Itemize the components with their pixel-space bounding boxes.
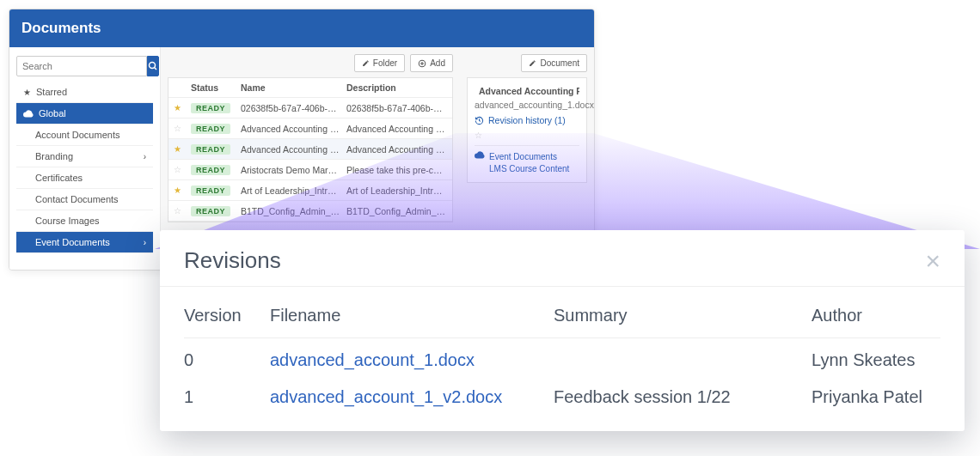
revision-history-link[interactable]: Revision history (1) bbox=[475, 115, 579, 125]
table-row[interactable]: ★READYAdvanced Accounting Financ...Advan… bbox=[168, 139, 452, 160]
sidebar-item-branding[interactable]: Branding › bbox=[16, 146, 153, 167]
button-label: Document bbox=[540, 58, 579, 68]
col-summary: Summary bbox=[554, 299, 812, 338]
filename-link[interactable]: advanced_account_1.docx bbox=[270, 350, 475, 369]
sidebar-item-certificates[interactable]: Certificates bbox=[16, 167, 153, 189]
edit-document-button[interactable]: Document bbox=[521, 54, 587, 72]
star-toggle[interactable]: ☆ bbox=[174, 124, 186, 133]
file-name: 02638f5b-67a7-406b-9ff7-4f0... bbox=[241, 103, 341, 113]
breadcrumb-part[interactable]: Event Documents bbox=[489, 152, 557, 161]
file-name: Aristocrats Demo Marketing ... bbox=[241, 165, 341, 175]
svg-point-0 bbox=[150, 63, 156, 69]
cloud-icon bbox=[23, 110, 34, 118]
sidebar: ★ Starred Global Account Documents Brand… bbox=[9, 47, 161, 270]
sidebar-item-account-documents[interactable]: Account Documents bbox=[16, 125, 153, 146]
file-table: Status Name Description ★READY02638f5b-6… bbox=[168, 77, 453, 222]
chevron-right-icon: › bbox=[144, 152, 146, 161]
close-button[interactable]: × bbox=[925, 248, 940, 274]
file-name: B1TD_Config_Admin_Course... bbox=[241, 206, 341, 216]
table-header-row: Status Name Description bbox=[168, 78, 452, 98]
col-status: Status bbox=[191, 82, 236, 93]
table-row[interactable]: ★READY02638f5b-67a7-406b-9ff7-4f0...0263… bbox=[168, 98, 452, 119]
new-folder-button[interactable]: Folder bbox=[354, 54, 405, 72]
sidebar-item-course-images[interactable]: Course Images bbox=[16, 210, 153, 232]
status-badge: READY bbox=[191, 185, 230, 196]
col-description: Description bbox=[346, 82, 447, 93]
button-label: Folder bbox=[373, 58, 397, 68]
file-name: Advanced Accounting Exam F... bbox=[241, 124, 341, 134]
file-description: Advanced Accounting Exam Fi... bbox=[346, 124, 447, 134]
cell-version: 1 bbox=[184, 375, 270, 412]
status-badge: READY bbox=[191, 103, 230, 113]
cell-filename: advanced_account_1_v2.docx bbox=[270, 375, 554, 412]
search-icon bbox=[148, 61, 158, 71]
revisions-table: Version Filename Summary Author 0advance… bbox=[184, 299, 940, 412]
sidebar-item-label: Global bbox=[39, 108, 66, 119]
modal-title: Revisions bbox=[184, 247, 281, 274]
file-name: Advanced Accounting Financ... bbox=[241, 144, 341, 155]
cell-version: 0 bbox=[184, 338, 270, 376]
file-description: Advanced Accounting Finance ... bbox=[346, 144, 447, 155]
sidebar-item-label: Starred bbox=[36, 87, 67, 97]
page-title: Documents bbox=[9, 9, 594, 47]
search-button[interactable] bbox=[147, 56, 159, 76]
sidebar-item-label: Branding bbox=[35, 151, 73, 161]
pencil-icon bbox=[362, 59, 370, 67]
star-toggle[interactable]: ★ bbox=[174, 144, 186, 154]
sidebar-item-label: Course Images bbox=[35, 216, 100, 226]
col-name: Name bbox=[241, 82, 341, 93]
search-input[interactable] bbox=[16, 56, 147, 76]
col-filename: Filename bbox=[270, 299, 554, 338]
file-description: B1TD_Config_Admin_Course.pdf bbox=[346, 206, 447, 216]
cell-author: Priyanka Patel bbox=[812, 375, 940, 412]
table-header-row: Version Filename Summary Author bbox=[184, 299, 940, 338]
button-label: Add bbox=[430, 58, 445, 68]
sidebar-item-contact-documents[interactable]: Contact Documents bbox=[16, 189, 153, 210]
table-row[interactable]: ☆READYAristocrats Demo Marketing ...Plea… bbox=[168, 160, 452, 180]
cell-filename: advanced_account_1.docx bbox=[270, 338, 554, 376]
star-toggle[interactable]: ☆ bbox=[475, 131, 579, 140]
sidebar-item-label: Certificates bbox=[35, 173, 83, 183]
revisions-modal: Revisions × Version Filename Summary Aut… bbox=[160, 230, 965, 431]
file-description: Art of Leadership_Introduction... bbox=[346, 185, 447, 196]
sidebar-item-label: Event Documents bbox=[35, 237, 110, 247]
table-row[interactable]: ☆READYAdvanced Accounting Exam F...Advan… bbox=[168, 119, 452, 139]
sidebar-item-label: Contact Documents bbox=[35, 194, 119, 204]
star-toggle[interactable]: ★ bbox=[174, 103, 186, 112]
col-author: Author bbox=[812, 299, 940, 338]
cloud-icon bbox=[475, 151, 485, 159]
star-toggle[interactable]: ☆ bbox=[174, 165, 186, 174]
file-description: Please take this pre-course qui... bbox=[346, 165, 447, 175]
table-row[interactable]: ☆READYB1TD_Config_Admin_Course...B1TD_Co… bbox=[168, 201, 452, 222]
file-description: 02638f5b-67a7-406b-9ff7-4f0f... bbox=[346, 103, 447, 113]
add-button[interactable]: Add bbox=[410, 54, 453, 72]
table-row: 0advanced_account_1.docxLynn Skeates bbox=[184, 338, 940, 376]
status-badge: READY bbox=[191, 124, 230, 134]
col-version: Version bbox=[184, 299, 270, 338]
status-badge: READY bbox=[191, 165, 230, 175]
file-name: Art of Leadership_Introductio... bbox=[241, 185, 341, 196]
star-icon: ★ bbox=[23, 88, 31, 97]
cell-summary: Feedback session 1/22 bbox=[554, 375, 812, 412]
table-row: 1advanced_account_1_v2.docxFeedback sess… bbox=[184, 375, 940, 412]
sidebar-item-global[interactable]: Global bbox=[16, 103, 153, 125]
close-icon: × bbox=[925, 246, 940, 275]
svg-line-1 bbox=[155, 68, 157, 70]
pencil-icon bbox=[529, 59, 536, 67]
link-label: Revision history (1) bbox=[488, 115, 566, 125]
filename-link[interactable]: advanced_account_1_v2.docx bbox=[270, 387, 502, 406]
sidebar-item-starred[interactable]: ★ Starred bbox=[16, 82, 153, 103]
star-toggle[interactable]: ☆ bbox=[174, 206, 186, 216]
cell-author: Lynn Skeates bbox=[812, 338, 940, 376]
breadcrumb-part[interactable]: LMS Course Content bbox=[489, 164, 569, 173]
status-badge: READY bbox=[191, 144, 230, 155]
plus-circle-icon bbox=[418, 59, 426, 68]
history-icon bbox=[475, 116, 484, 125]
sidebar-item-event-documents[interactable]: Event Documents › bbox=[16, 232, 153, 253]
table-row[interactable]: ★READYArt of Leadership_Introductio...Ar… bbox=[168, 180, 452, 201]
details-title: Advanced Accounting Fi... bbox=[479, 86, 579, 96]
chevron-right-icon: › bbox=[144, 238, 146, 247]
cell-summary bbox=[554, 338, 812, 376]
star-toggle[interactable]: ★ bbox=[174, 185, 186, 195]
status-badge: READY bbox=[191, 206, 230, 216]
